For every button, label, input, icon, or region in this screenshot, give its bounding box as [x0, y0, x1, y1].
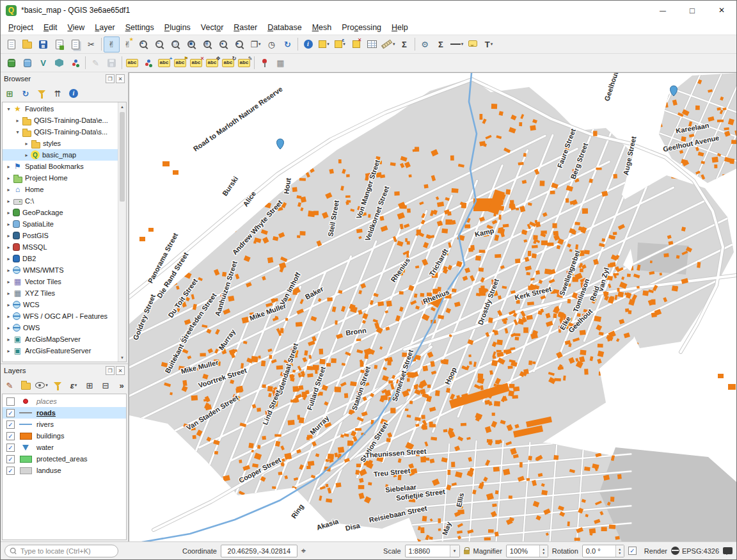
tree-item-wfs-ogc-api-features[interactable]: WFS / OGC API - Features: [3, 310, 126, 322]
menu-plugins[interactable]: Plugins: [159, 21, 196, 34]
toggle-editing-button[interactable]: ✎: [88, 55, 104, 71]
tree-item-c[interactable]: C:\: [3, 195, 126, 207]
statistical-summary-button[interactable]: Σ: [397, 36, 413, 52]
expander-closed-icon[interactable]: [4, 268, 13, 273]
tree-item-arcgismapserver[interactable]: ▣ArcGisMapServer: [3, 333, 126, 345]
menu-project[interactable]: Project: [3, 21, 38, 34]
layer-visibility-checkbox[interactable]: [6, 409, 15, 417]
temporal-controller-button[interactable]: ◷: [264, 36, 280, 52]
expander-closed-icon[interactable]: [22, 152, 31, 158]
layer-row-buildings[interactable]: buildings: [3, 430, 126, 442]
tree-item-mssql[interactable]: MSSQL: [3, 241, 126, 253]
open-layer-styling-button[interactable]: ✎: [3, 378, 17, 392]
tree-item-wms-wmts[interactable]: WMS/WMTS: [3, 264, 126, 276]
tree-item-home[interactable]: ⌂Home: [3, 184, 126, 195]
expander-closed-icon[interactable]: [4, 210, 13, 216]
expander-closed-icon[interactable]: [4, 233, 13, 239]
expand-all-button[interactable]: ⊞: [83, 378, 97, 392]
layer-diagram-button[interactable]: [140, 55, 156, 71]
new-geopackage-layer-button[interactable]: [3, 55, 19, 71]
messages-icon[interactable]: [723, 547, 733, 554]
style-manager-button[interactable]: ✂: [83, 36, 99, 52]
new-print-layout-button[interactable]: [51, 36, 67, 52]
zoom-in-button[interactable]: +: [136, 36, 152, 52]
new-mesh-layer-button[interactable]: [51, 55, 67, 71]
zoom-to-layer-button[interactable]: ≣: [200, 36, 216, 52]
tree-item-vector-tiles[interactable]: ▦Vector Tiles: [3, 276, 126, 287]
label-rotate-button[interactable]: ↻: [220, 55, 236, 71]
expander-closed-icon[interactable]: [4, 187, 13, 193]
rotation-spinbox[interactable]: 0.0 °: [582, 545, 624, 557]
layer-row-rivers[interactable]: rivers: [3, 419, 126, 430]
spinner-arrows-icon[interactable]: [615, 545, 624, 557]
scroll-down-icon[interactable]: [118, 353, 126, 362]
expander-closed-icon[interactable]: [4, 164, 13, 170]
save-project-button[interactable]: [35, 36, 51, 52]
render-checkbox[interactable]: [628, 547, 637, 555]
layer-visibility-checkbox[interactable]: [6, 397, 15, 406]
label-move-button[interactable]: ✥: [204, 55, 220, 71]
filter-legend-button[interactable]: [51, 378, 65, 392]
layer-visibility-checkbox[interactable]: [6, 467, 15, 475]
decorations-button[interactable]: ▦: [273, 55, 289, 71]
labeling-single-button[interactable]: +: [156, 55, 172, 71]
menu-vector[interactable]: Vector: [196, 21, 228, 34]
expander-closed-icon[interactable]: [13, 118, 22, 124]
locate-search[interactable]: Type to locate (Ctrl+K): [4, 545, 118, 557]
browser-properties-button[interactable]: [67, 86, 81, 100]
label-unplaced-button[interactable]: ✕: [188, 55, 204, 71]
expander-closed-icon[interactable]: [4, 291, 13, 296]
menu-settings[interactable]: Settings: [120, 21, 159, 34]
menu-view[interactable]: View: [62, 21, 90, 34]
close-button[interactable]: [707, 1, 736, 20]
open-attribute-table-button[interactable]: [364, 36, 380, 52]
expander-closed-icon[interactable]: [4, 175, 13, 181]
annotation-line-button[interactable]: [449, 36, 465, 52]
menu-edit[interactable]: Edit: [38, 21, 63, 34]
browser-float-button[interactable]: [106, 74, 115, 83]
expander-closed-icon[interactable]: [4, 256, 13, 262]
map-tips-button[interactable]: [465, 36, 481, 52]
expander-closed-icon[interactable]: [4, 244, 13, 250]
tree-item-ows[interactable]: OWS: [3, 322, 126, 333]
select-by-expression-button[interactable]: ε: [332, 36, 348, 52]
scale-combo[interactable]: 1:8860: [405, 545, 460, 557]
menu-raster[interactable]: Raster: [228, 21, 262, 34]
expander-closed-icon[interactable]: [4, 302, 13, 308]
new-gpx-layer-button[interactable]: [67, 55, 83, 71]
tree-item-qgis-training-data-s[interactable]: QGIS-Training-Data\s...: [3, 126, 126, 138]
layer-labeling-button[interactable]: [124, 55, 140, 71]
tree-item-spatial-bookmarks[interactable]: ⚑Spatial Bookmarks: [3, 161, 126, 172]
add-selected-layer-button[interactable]: ⊞: [3, 86, 17, 100]
layer-row-protected_areas[interactable]: protected_areas: [3, 453, 126, 465]
scale-dropdown-icon[interactable]: [450, 545, 459, 557]
layer-visibility-checkbox[interactable]: [6, 432, 15, 440]
label-change-button[interactable]: ✎: [236, 55, 252, 71]
manage-map-themes-button[interactable]: [35, 378, 49, 392]
filter-by-expression-button[interactable]: ε: [67, 378, 81, 392]
browser-scrollbar[interactable]: [118, 102, 126, 362]
lock-scale-icon[interactable]: [464, 547, 470, 554]
identify-features-button[interactable]: [300, 36, 316, 52]
expander-closed-icon[interactable]: [4, 325, 13, 331]
map-canvas[interactable]: Road to Marloth Nature ReserveGeelhoutKa…: [129, 72, 736, 541]
layers-float-button[interactable]: [106, 366, 115, 375]
deselect-all-button[interactable]: ✕: [348, 36, 364, 52]
coordinate-input[interactable]: 20.46259,-34.02814: [221, 545, 297, 557]
menu-database[interactable]: Database: [262, 21, 307, 34]
expander-closed-icon[interactable]: [22, 141, 31, 147]
expander-closed-icon[interactable]: [4, 198, 13, 204]
expander-closed-icon[interactable]: [4, 221, 13, 227]
new-map-view-button[interactable]: ❐: [248, 36, 264, 52]
zoom-next-button[interactable]: ▸: [232, 36, 248, 52]
label-pin-button[interactable]: ⚑: [172, 55, 188, 71]
extents-toggle-icon[interactable]: [301, 547, 306, 555]
tree-item-postgis[interactable]: PostGIS: [3, 230, 126, 241]
tree-item-xyz-tiles[interactable]: ▦XYZ Tiles: [3, 287, 126, 299]
save-layer-edits-button[interactable]: [104, 55, 120, 71]
crs-button[interactable]: EPSG:4326: [671, 547, 719, 555]
menu-mesh[interactable]: Mesh: [307, 21, 337, 34]
pan-map-button[interactable]: ✌: [104, 36, 120, 52]
new-project-button[interactable]: [3, 36, 19, 52]
measure-button[interactable]: [380, 36, 397, 52]
